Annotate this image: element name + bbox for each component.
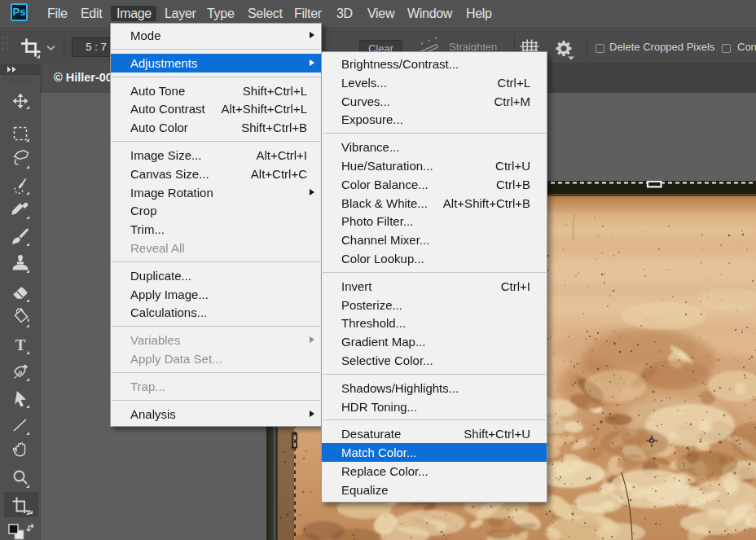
svg-text:T: T (15, 336, 26, 353)
